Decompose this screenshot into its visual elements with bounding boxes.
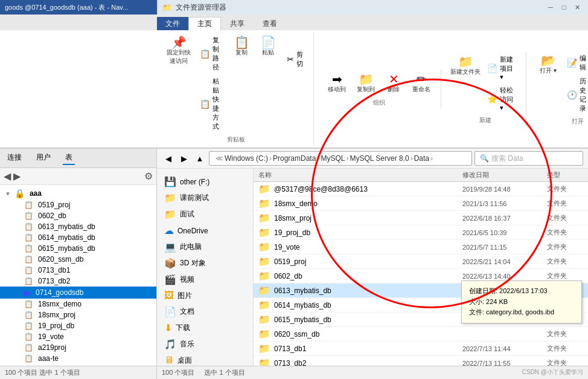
nav-settings[interactable]: ⚙: [144, 170, 153, 182]
close-btn[interactable]: ✕: [571, 2, 583, 12]
tree-item-a219proj[interactable]: 📋a219proj: [0, 342, 156, 353]
file-name: 0713_db2: [274, 359, 462, 366]
nav-forward[interactable]: ▶: [13, 170, 21, 182]
tab-view[interactable]: 查看: [254, 17, 286, 30]
addr-back[interactable]: ◀: [162, 152, 175, 165]
file-row-19_vote[interactable]: 📁19_vote2021/5/7 11:15文件夹: [254, 240, 588, 254]
cut-button[interactable]: ✂ 剪切: [283, 48, 307, 70]
tree-item-19_vote[interactable]: 📋19_vote: [0, 331, 156, 342]
copyto-button[interactable]: 📁 复制到: [353, 71, 379, 96]
sidebar-nav-video[interactable]: 🎬视频: [157, 271, 253, 288]
tree-item-0615_mybatis_db[interactable]: 📋0615_mybatis_db: [0, 243, 156, 254]
addr-mysql[interactable]: MySQL: [321, 154, 345, 163]
tree-item-0713_db2[interactable]: 📋0713_db2: [0, 276, 156, 287]
tab-home[interactable]: 主页: [188, 17, 221, 30]
file-row-18smx_proj[interactable]: 📁18smx_proj2022/6/18 16:37文件夹: [254, 211, 588, 225]
copypath-button[interactable]: 📋 复制路径: [196, 34, 227, 74]
sidebar-nav-download[interactable]: ⬇下载: [157, 320, 253, 336]
file-row-19_proj_db[interactable]: 📁19_proj_db2021/6/5 10:39文件夹: [254, 225, 588, 240]
tree-item-aaa-te[interactable]: 📋aaa-te: [0, 353, 156, 364]
sidebar-nav-mianshi[interactable]: 📁面试: [157, 206, 253, 222]
edit-button[interactable]: 📝 编辑: [563, 52, 588, 74]
tree-item-aaa[interactable]: ▼🔒aaa: [0, 187, 156, 199]
col-name[interactable]: 名称: [258, 170, 462, 180]
sidebar-icon-music: 🎵: [164, 339, 176, 350]
file-name: 19_proj_db: [274, 228, 462, 237]
left-title: goods @0714_goodsdb (aaa) - 表 - Nav...: [0, 0, 157, 15]
easyaccess-button[interactable]: ⭐ 轻松访问 ▾: [483, 84, 520, 114]
file-row-0713_db1[interactable]: 📁0713_db12022/7/13 11:44文件夹: [254, 342, 588, 356]
sidebar-nav-kechan[interactable]: 📁课前测试: [157, 190, 253, 206]
tree-item-0614_mybatis_db[interactable]: 📋0614_mybatis_db: [0, 232, 156, 243]
file-row-18smx_demo[interactable]: 📁18smx_demo2021/1/3 11:56文件夹: [254, 196, 588, 211]
col-date[interactable]: 修改日期: [462, 170, 547, 180]
title-bar: goods @0714_goodsdb (aaa) - 表 - Nav... 📁…: [0, 0, 588, 15]
tab-table[interactable]: 表: [63, 151, 75, 165]
copypath-icon: 📋: [200, 49, 210, 59]
nav-back[interactable]: ◀: [4, 170, 11, 182]
tree-icon: 📋: [24, 255, 33, 264]
file-icon: 📁: [258, 314, 270, 325]
sidebar-nav-other[interactable]: 💾other (F:): [157, 173, 253, 190]
sidebar-nav-thispc[interactable]: 💻此电脑: [157, 239, 253, 255]
file-type: 文件夹: [547, 199, 583, 208]
tree-icon: 📋: [24, 212, 33, 220]
addr-windows[interactable]: Windows (C:): [225, 154, 268, 163]
tree-item-19_proj_db[interactable]: 📋19_proj_db: [0, 320, 156, 331]
file-date: 2022/5/21 14:04: [462, 258, 547, 265]
file-date: 2021/6/5 10:39: [462, 229, 547, 236]
sidebar-nav-docs[interactable]: 📄文档: [157, 303, 253, 320]
addr-data[interactable]: Data: [414, 154, 429, 163]
sidebar-nav-onedrive[interactable]: ☁OneDrive: [157, 222, 253, 239]
addr-up[interactable]: ▲: [193, 152, 206, 165]
tab-share[interactable]: 共享: [221, 17, 254, 30]
addr-mysql-server[interactable]: MySQL Server 8.0: [350, 154, 409, 163]
tab-user[interactable]: 用户: [34, 151, 53, 165]
tree-item-0620_ssm_db[interactable]: 📋0620_ssm_db: [0, 254, 156, 265]
paste-button[interactable]: 📄 粘贴: [256, 34, 280, 59]
tree-item-0519_proj[interactable]: 📋0519_proj: [0, 199, 156, 210]
search-box[interactable]: 🔍 搜索 Data: [475, 151, 583, 166]
open-button[interactable]: 📂 打开 ▾: [536, 52, 560, 77]
sidebar-nav-3d[interactable]: 📦3D 对象: [157, 255, 253, 271]
sidebar-nav-desktop[interactable]: 🖥桌面: [157, 352, 253, 366]
sidebar-nav-music[interactable]: 🎵音乐: [157, 336, 253, 352]
open-icon: 📂: [541, 54, 556, 66]
moveto-button[interactable]: ➡ 移动到: [324, 71, 350, 96]
tree-icon: 📋: [24, 222, 33, 231]
tab-connect[interactable]: 连接: [5, 151, 24, 165]
file-row-0620_ssm_db[interactable]: 📁0620_ssm_db文件夹: [254, 327, 588, 342]
addr-forward[interactable]: ▶: [177, 152, 191, 165]
tab-file[interactable]: 文件: [157, 17, 188, 30]
delete-button[interactable]: ✕ 删除: [382, 71, 406, 96]
tree-item-18smx_demo[interactable]: 📋18smx_demo: [0, 299, 156, 309]
tree-item-0714_goodsdb[interactable]: ▶0714_goodsdb: [0, 287, 156, 299]
tree-item-0713_db1[interactable]: 📋0713_db1: [0, 265, 156, 276]
file-row-0519_proj[interactable]: 📁0519_proj2022/5/21 14:04文件夹: [254, 254, 588, 269]
maximize-btn[interactable]: □: [558, 2, 570, 12]
status-bar-right: 100 个项目 选中 1 个项目 CSDN @小丫头爱学习: [157, 366, 588, 379]
file-icon: 📁: [258, 328, 270, 340]
col-type[interactable]: 类型: [547, 170, 583, 180]
tree-item-0613_mybatis_db[interactable]: 📋0613_mybatis_db: [0, 221, 156, 232]
file-row-@5317@98ce@8d38@6613[interactable]: 📁@5317@98ce@8d38@66132019/9/28 14:48文件夹: [254, 182, 588, 196]
file-list-header: 名称 修改日期 类型: [254, 169, 588, 182]
file-row-0713_db2[interactable]: 📁0713_db22022/7/13 11:55文件夹: [254, 356, 588, 366]
newfolder-button[interactable]: 📁 新建文件夹: [451, 53, 481, 79]
newitem-icon: 📄: [487, 63, 497, 73]
file-list: 📁@5317@98ce@8d38@66132019/9/28 14:48文件夹📁…: [254, 182, 588, 366]
pasteshortcut-button[interactable]: 📋 粘贴快捷方式: [196, 75, 227, 133]
addr-programdata[interactable]: ProgramData: [273, 154, 316, 163]
sidebar-nav-pictures[interactable]: 🖼图片: [157, 288, 253, 303]
tree-item-0602_db[interactable]: 📋0602_db: [0, 210, 156, 221]
rename-button[interactable]: ✏ 重命名: [408, 71, 435, 96]
copy-button[interactable]: 📋 复制: [229, 34, 254, 59]
pin-button[interactable]: 📌 固定到快 速访问: [164, 34, 193, 68]
history-button[interactable]: 🕐 历史记录: [563, 75, 588, 115]
minimize-btn[interactable]: ─: [545, 2, 557, 12]
sidebar-icon-thispc: 💻: [164, 241, 176, 253]
addr-path[interactable]: ≪ Windows (C:) › ProgramData › MySQL › M…: [209, 151, 472, 166]
newitem-button[interactable]: 📄 新建项目 ▾: [483, 53, 520, 83]
sidebar-icon-docs: 📄: [164, 306, 176, 317]
tree-item-18smx_proj[interactable]: 📋18smx_proj: [0, 309, 156, 320]
